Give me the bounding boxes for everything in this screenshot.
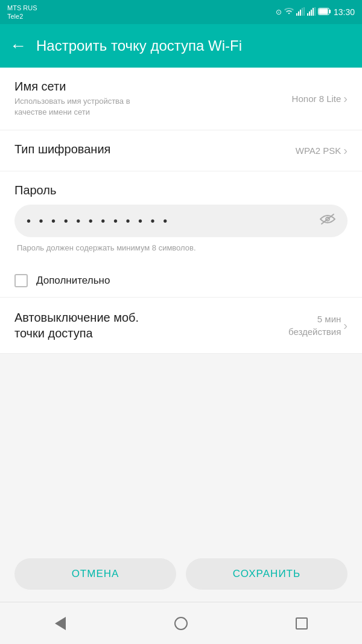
save-button[interactable]: СОХРАНИТЬ [186,558,348,590]
wifi-icon [284,7,294,18]
recents-square-icon [296,617,308,630]
encryption-section[interactable]: Тип шифрования WPA2 PSK › [0,130,362,171]
nav-home-button[interactable] [171,614,191,633]
nav-bar [0,602,362,644]
carrier1: MTS RUS [7,4,37,12]
svg-rect-6 [309,11,310,16]
svg-rect-1 [298,11,299,16]
auto-off-label: Автовыключение моб. точки доступа [14,310,147,341]
encryption-type-text: WPA2 PSK [296,145,341,156]
svg-rect-11 [319,8,328,14]
status-icons: ⊙ [276,7,355,18]
network-name-left: Имя сети Использовать имя устройства в к… [14,80,292,118]
main-content: Имя сети Использовать имя устройства в к… [0,68,362,474]
svg-rect-0 [296,13,297,16]
cancel-button[interactable]: ОТМЕНА [14,558,176,590]
battery-icon [318,8,331,17]
password-section: Пароль • • • • • • • • • • • • Пароль до… [0,171,362,264]
network-name-value[interactable]: Honor 8 Lite › [292,92,348,106]
clock-icon: ⊙ [276,8,282,16]
nav-back-button[interactable] [51,614,70,633]
network-name-text: Honor 8 Lite [292,94,341,104]
svg-rect-3 [302,8,303,16]
signal1-icon [296,7,305,18]
auto-off-time-text: 5 минбездействия [288,313,341,338]
encryption-value[interactable]: WPA2 PSK › [296,144,348,158]
status-bar: MTS RUS Tele2 ⊙ [0,0,362,24]
auto-off-value[interactable]: 5 минбездействия › [288,313,348,338]
network-name-section[interactable]: Имя сети Использовать имя устройства в к… [0,68,362,130]
auto-off-section[interactable]: Автовыключение моб. точки доступа 5 минб… [0,298,362,354]
password-label: Пароль [14,183,348,197]
bottom-buttons: ОТМЕНА СОХРАНИТЬ [0,546,362,602]
app-bar: ← Настроить точку доступа Wi-Fi [0,24,362,68]
chevron-right-icon: › [343,92,348,106]
chevron-right-icon3: › [343,319,348,333]
encryption-label: Тип шифрования [14,142,296,156]
svg-rect-7 [311,10,312,16]
password-input-wrap[interactable]: • • • • • • • • • • • • [14,205,348,237]
network-name-subtitle: Использовать имя устройства в качестве и… [14,96,147,118]
encryption-left: Тип шифрования [14,142,296,159]
network-name-label: Имя сети [14,80,292,94]
svg-rect-2 [300,10,301,16]
carrier2: Tele2 [7,12,37,21]
svg-rect-9 [314,7,316,16]
back-button[interactable]: ← [10,37,27,54]
signal2-icon [307,7,316,18]
svg-rect-5 [307,13,308,16]
chevron-right-icon2: › [343,144,348,158]
password-hint: Пароль должен содержать минимум 8 символ… [14,243,348,264]
additional-label: Дополнительно [36,275,110,287]
svg-rect-12 [329,10,331,13]
page-title: Настроить точку доступа Wi-Fi [36,37,352,54]
empty-space [0,354,362,474]
svg-rect-8 [313,8,314,16]
nav-recents-button[interactable] [292,614,311,633]
time-display: 13:30 [334,7,355,17]
svg-rect-4 [303,7,305,16]
carrier-info: MTS RUS Tele2 [7,4,37,21]
back-triangle-icon [55,617,66,630]
password-dots: • • • • • • • • • • • • [27,214,320,228]
eye-hidden-icon[interactable] [320,213,335,229]
additional-checkbox-row[interactable]: Дополнительно [0,264,362,298]
additional-checkbox[interactable] [14,274,28,287]
home-circle-icon [174,617,188,630]
